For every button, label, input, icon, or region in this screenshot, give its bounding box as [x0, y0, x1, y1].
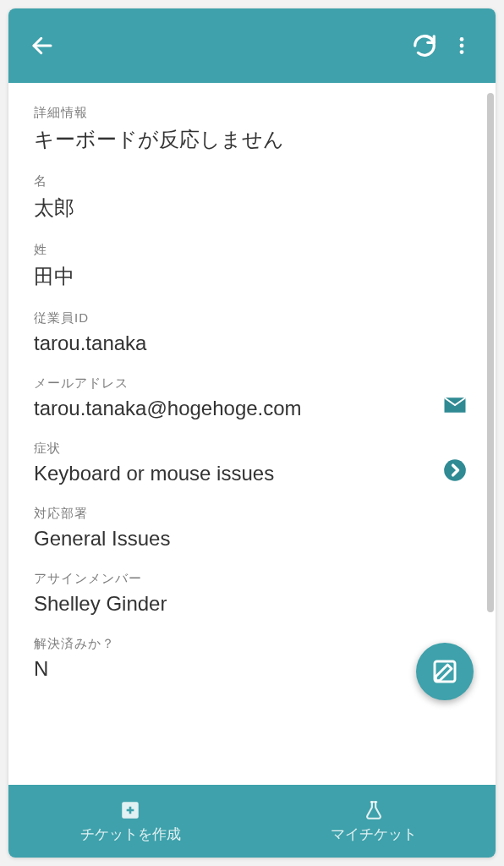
field-resolved: 解決済みか？ N — [34, 636, 470, 681]
plus-square-icon — [119, 799, 141, 821]
field-value: 太郎 — [34, 195, 470, 222]
more-vertical-icon — [451, 35, 473, 57]
svg-point-4 — [444, 459, 466, 481]
field-email: メールアドレス tarou.tanaka@hogehoge.com — [34, 375, 470, 420]
refresh-icon — [412, 33, 437, 58]
svg-rect-5 — [435, 661, 455, 682]
field-value: N — [34, 657, 470, 681]
field-symptom: 症状 Keyboard or mouse issues — [34, 441, 470, 485]
field-last-name: 姓 田中 — [34, 242, 470, 290]
bottom-nav: チケットを作成 マイチケット — [8, 785, 496, 858]
tab-my-tickets[interactable]: マイチケット — [252, 785, 496, 858]
scrollbar[interactable] — [487, 93, 494, 612]
field-label: メールアドレス — [34, 375, 470, 392]
field-value: キーボードが反応しません — [34, 126, 470, 153]
field-label: 解決済みか？ — [34, 636, 470, 652]
field-assignee: アサインメンバー Shelley Ginder — [34, 571, 470, 616]
field-label: 従業員ID — [34, 310, 470, 326]
field-label: アサインメンバー — [34, 571, 470, 587]
field-department: 対応部署 General Issues — [34, 506, 470, 551]
edit-icon — [431, 658, 458, 685]
tab-label: チケットを作成 — [80, 825, 181, 844]
field-value: 田中 — [34, 263, 470, 290]
arrow-left-icon — [30, 33, 55, 58]
more-button[interactable] — [443, 27, 480, 64]
field-label: 詳細情報 — [34, 105, 470, 121]
field-value: tarou.tanaka — [34, 332, 470, 355]
top-bar — [8, 8, 496, 83]
field-label: 名 — [34, 173, 470, 189]
symptom-navigate-button[interactable] — [440, 455, 470, 485]
content-area: 詳細情報 キーボードが反応しません 名 太郎 姓 田中 従業員ID tarou.… — [8, 83, 496, 785]
app-frame: 詳細情報 キーボードが反応しません 名 太郎 姓 田中 従業員ID tarou.… — [8, 8, 496, 858]
field-value: tarou.tanaka@hogehoge.com — [34, 397, 470, 420]
field-value: General Issues — [34, 527, 470, 551]
email-action-button[interactable] — [440, 390, 470, 420]
field-employee-id: 従業員ID tarou.tanaka — [34, 310, 470, 355]
envelope-icon — [442, 392, 468, 418]
tab-label: マイチケット — [331, 825, 417, 844]
chevron-right-circle-icon — [443, 458, 467, 482]
svg-point-2 — [460, 44, 464, 48]
back-button[interactable] — [24, 27, 61, 64]
tab-create-ticket[interactable]: チケットを作成 — [8, 785, 252, 858]
field-first-name: 名 太郎 — [34, 173, 470, 222]
field-label: 症状 — [34, 441, 470, 457]
svg-point-3 — [460, 50, 464, 54]
field-value: Shelley Ginder — [34, 592, 470, 616]
field-detail: 詳細情報 キーボードが反応しません — [34, 105, 470, 153]
flask-icon — [363, 799, 385, 821]
field-label: 対応部署 — [34, 506, 470, 522]
field-label: 姓 — [34, 242, 470, 258]
edit-fab[interactable] — [416, 643, 474, 700]
field-value: Keyboard or mouse issues — [34, 462, 470, 485]
svg-point-1 — [460, 37, 464, 41]
refresh-button[interactable] — [406, 27, 443, 64]
